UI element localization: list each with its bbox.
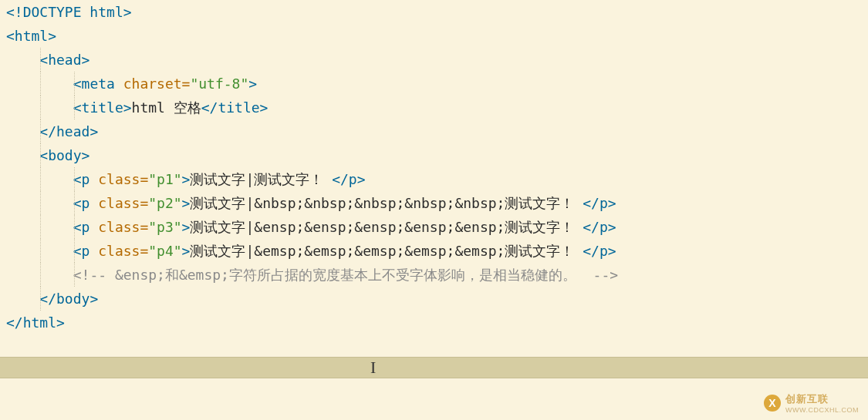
p-close-tag: </p> — [583, 195, 616, 211]
p-open-tag: <p — [73, 243, 90, 259]
class-value: "p2" — [148, 195, 181, 211]
head-close-tag: </head> — [39, 123, 98, 139]
code-line: <!-- &ensp;和&emsp;字符所占据的宽度基本上不受字体影响，是相当稳… — [0, 263, 868, 287]
p-close-tag: </p> — [583, 219, 616, 235]
class-attr: class= — [90, 195, 148, 211]
code-line: <title>html 空格</title> — [0, 96, 868, 119]
watermark-logo-icon: X — [764, 395, 781, 412]
p-close-tag: </p> — [332, 171, 365, 187]
tag-close-bracket: > — [248, 76, 257, 92]
title-text: html 空格 — [132, 99, 201, 116]
p2-text: 测试文字|&nbsp;&nbsp;&nbsp;&nbsp;&nbsp;测试文字！ — [190, 195, 583, 211]
meta-tag: <meta — [73, 76, 115, 92]
code-editor[interactable]: <!DOCTYPE html> <html> <head> <meta char… — [0, 0, 868, 420]
tag-close-bracket: > — [182, 243, 191, 259]
code-line: <p class="p4">测试文字|&emsp;&emsp;&emsp;&em… — [0, 239, 868, 263]
tag-close-bracket: > — [182, 195, 191, 211]
code-line: </head> — [0, 119, 868, 143]
p-close-tag: </p> — [583, 243, 616, 259]
watermark-url: WWW.CDCXHL.COM — [785, 406, 859, 414]
current-line-highlight — [0, 357, 868, 378]
code-line: <html> — [0, 24, 868, 48]
comment-text: <!-- &ensp;和&emsp;字符所占据的宽度基本上不受字体影响，是相当稳… — [73, 267, 618, 283]
code-line: <p class="p3">测试文字|&ensp;&ensp;&ensp;&en… — [0, 215, 868, 239]
html-close-tag: </html> — [6, 314, 65, 331]
p-open-tag: <p — [73, 219, 90, 235]
p3-text: 测试文字|&ensp;&ensp;&ensp;&ensp;&ensp;测试文字！ — [190, 219, 583, 235]
class-attr: class= — [90, 219, 148, 235]
class-attr: class= — [90, 171, 148, 187]
code-line: <meta charset="utf-8"> — [0, 72, 868, 96]
text-cursor: I — [370, 359, 371, 376]
p4-text: 测试文字|&emsp;&emsp;&emsp;&emsp;&emsp;测试文字！ — [190, 243, 583, 259]
class-value: "p4" — [148, 243, 181, 259]
tag-close-bracket: > — [182, 171, 191, 187]
tag-close-bracket: > — [182, 219, 191, 235]
code-line: <p class="p1">测试文字|测试文字！ </p> — [0, 167, 868, 191]
charset-attr: charset= — [115, 76, 191, 92]
class-value: "p1" — [148, 171, 181, 187]
code-line: <p class="p2">测试文字|&nbsp;&nbsp;&nbsp;&nb… — [0, 191, 868, 215]
p-open-tag: <p — [73, 171, 90, 187]
doctype-tag: <!DOCTYPE html> — [6, 4, 132, 20]
body-open-tag: <body> — [39, 147, 90, 163]
class-value: "p3" — [148, 219, 181, 235]
code-line: <head> — [0, 48, 868, 72]
charset-value: "utf-8" — [190, 76, 248, 92]
body-close-tag: </body> — [39, 291, 98, 307]
title-open-tag: <title> — [73, 99, 132, 116]
code-line: </body> — [0, 287, 868, 311]
code-line: <body> — [0, 143, 868, 167]
code-line: <!DOCTYPE html> — [0, 0, 868, 24]
head-open-tag: <head> — [39, 52, 90, 68]
watermark: X 创新互联 WWW.CDCXHL.COM — [764, 392, 859, 414]
class-attr: class= — [90, 243, 148, 259]
p1-text: 测试文字|测试文字！ — [190, 171, 332, 187]
html-open-tag: <html> — [6, 28, 56, 44]
code-line: </html> — [0, 311, 868, 334]
watermark-brand: 创新互联 — [785, 393, 829, 405]
title-close-tag: </title> — [201, 99, 269, 116]
p-open-tag: <p — [73, 195, 90, 211]
